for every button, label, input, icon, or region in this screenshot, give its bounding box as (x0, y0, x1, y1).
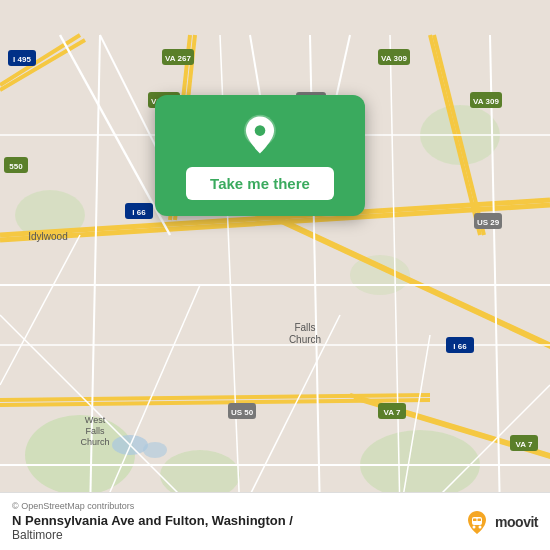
svg-rect-82 (478, 518, 482, 521)
map-container: I 495 VA 267 VA 309 VA 267 SR 695 VA 309… (0, 0, 550, 550)
svg-text:Church: Church (289, 334, 321, 345)
info-bar: © OpenStreetMap contributors N Pennsylva… (0, 492, 550, 550)
svg-rect-81 (473, 518, 477, 521)
location-title: N Pennsylvania Ave and Fulton, Washingto… (12, 513, 293, 528)
map-pin-icon (238, 113, 282, 157)
svg-point-79 (473, 525, 476, 528)
svg-text:VA 267: VA 267 (165, 54, 191, 63)
svg-point-1 (25, 415, 135, 495)
location-subtitle: Baltimore (12, 528, 293, 542)
svg-point-8 (143, 442, 167, 458)
map-background: I 495 VA 267 VA 309 VA 267 SR 695 VA 309… (0, 0, 550, 550)
svg-text:West: West (85, 415, 106, 425)
moovit-logo: moovit (463, 508, 538, 536)
svg-text:US 50: US 50 (231, 408, 254, 417)
moovit-wordmark: moovit (495, 514, 538, 530)
moovit-icon (463, 508, 491, 536)
svg-text:VA 309: VA 309 (381, 54, 407, 63)
copyright-text: © OpenStreetMap contributors (12, 501, 293, 511)
svg-text:VA 309: VA 309 (473, 97, 499, 106)
svg-text:Church: Church (80, 437, 109, 447)
svg-text:I 66: I 66 (453, 342, 467, 351)
svg-text:VA 7: VA 7 (384, 408, 401, 417)
svg-text:550: 550 (9, 162, 23, 171)
svg-point-76 (255, 125, 266, 136)
svg-text:I 495: I 495 (13, 55, 31, 64)
take-me-there-button[interactable]: Take me there (186, 167, 334, 200)
svg-text:US 29: US 29 (477, 218, 500, 227)
info-text: © OpenStreetMap contributors N Pennsylva… (12, 501, 293, 542)
svg-text:Falls: Falls (294, 322, 315, 333)
svg-point-80 (479, 525, 482, 528)
location-card: Take me there (155, 95, 365, 216)
svg-text:Idylwood: Idylwood (28, 231, 67, 242)
svg-text:Falls: Falls (85, 426, 105, 436)
svg-text:I 66: I 66 (132, 208, 146, 217)
svg-text:VA 7: VA 7 (516, 440, 533, 449)
